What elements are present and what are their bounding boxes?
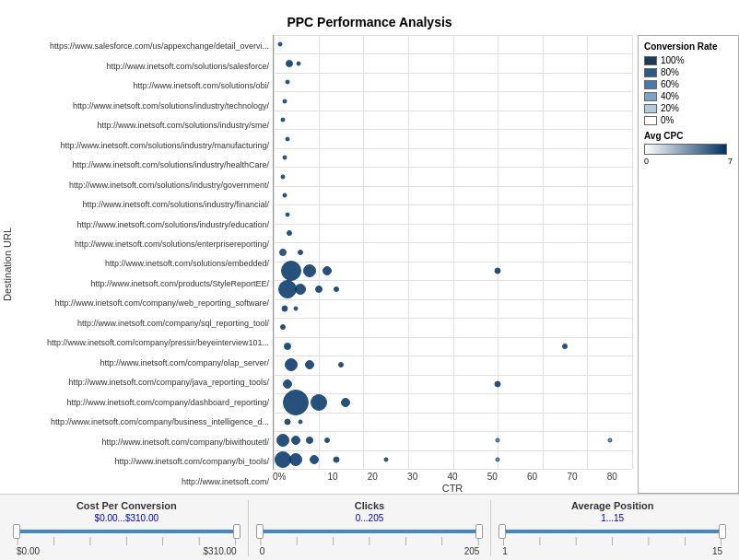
bubble <box>299 419 303 424</box>
slider-fill <box>260 530 480 533</box>
bubble <box>323 266 332 275</box>
grid-line-h <box>274 469 632 470</box>
url-label: http://www.inetsoft.com/company/java_rep… <box>15 376 269 391</box>
cpc-max: 7 <box>728 157 733 166</box>
url-label: http://www.inetsoft.com/company/web_repo… <box>15 297 269 311</box>
bubble <box>276 434 289 447</box>
slider-title: Clicks <box>355 500 384 511</box>
slider-max-label: 15 <box>712 546 722 556</box>
slider-track[interactable] <box>17 530 237 533</box>
slider-handle-left[interactable] <box>13 524 20 539</box>
slider-tick: | <box>611 536 613 545</box>
bubble <box>310 455 319 464</box>
bubble <box>282 305 288 311</box>
slider-tick: | <box>198 536 200 545</box>
bubble <box>285 212 289 216</box>
url-label: http://www.inetsoft.com/solutions/indust… <box>15 217 269 232</box>
slider-handle-right[interactable] <box>719 524 726 539</box>
legend-item-label: 80% <box>661 67 679 77</box>
slider-range-text: $0.00...$310.00 <box>95 513 159 523</box>
url-label: http://www.inetsoft.com/solutions/obi/ <box>15 79 269 94</box>
url-label: http://www.inetsoft.com/company/bi_tools… <box>15 455 269 470</box>
slider-tick: | <box>684 536 686 545</box>
slider-min-label: 0 <box>260 546 265 556</box>
legend-item: 60% <box>644 79 733 89</box>
x-tick-label: 70 <box>552 472 592 482</box>
grid-line-v <box>408 35 409 469</box>
legend-item-label: 40% <box>661 91 679 101</box>
slider-ticks: ||||||| <box>17 536 237 545</box>
slider-max-label: 205 <box>464 546 480 556</box>
bubble <box>289 453 302 466</box>
url-label: http://www.inetsoft.com/solutions/indust… <box>15 197 269 212</box>
legend-item-label: 0% <box>661 115 674 125</box>
slider-labels-bottom: 115 <box>502 546 722 556</box>
bubble <box>298 250 303 255</box>
y-axis-label: Destination URL <box>0 35 15 494</box>
legend-color-box <box>644 116 657 125</box>
slider-fill <box>17 530 237 533</box>
x-tick-label: 40 <box>432 472 472 482</box>
chart-content: https://www.salesforce.com/us/appexchang… <box>15 35 739 494</box>
grid-line-v <box>453 35 454 469</box>
slider-track-container[interactable] <box>260 527 480 535</box>
legend-item: 40% <box>644 91 733 101</box>
url-label: http://www.inetsoft.com/company/dashboar… <box>15 395 269 410</box>
slider-tick: | <box>332 536 334 545</box>
x-axis-labels: 0%1020304050607080 <box>273 472 632 482</box>
bubble <box>311 394 327 411</box>
slider-section: Clicks0...205|||||||0205 <box>252 500 487 556</box>
grid-line-v <box>543 35 544 469</box>
slider-tick: | <box>125 536 127 545</box>
bubble <box>607 438 612 443</box>
slider-tick: | <box>53 536 54 545</box>
chart-area: PPC Performance Analysis Destination URL… <box>0 0 739 494</box>
bubble <box>275 451 291 468</box>
grid-line-v <box>274 35 275 469</box>
legend-item: 80% <box>644 67 733 77</box>
legend-item: 20% <box>644 103 733 113</box>
legend-item: 100% <box>644 55 733 65</box>
bubble <box>285 80 289 85</box>
slider-section: Cost Per Conversion$0.00...$310.00||||||… <box>9 500 244 556</box>
url-label: http://www.inetsoft.com/solutions/indust… <box>15 178 269 192</box>
bubble <box>283 390 309 415</box>
plot-container: 0%1020304050607080 CTR <box>273 35 632 494</box>
bubble <box>295 284 306 295</box>
url-label: http://www.inetsoft.com/company/pressir/… <box>15 336 269 351</box>
slider-track-container[interactable] <box>17 527 237 535</box>
bubble <box>324 438 330 443</box>
bubble <box>284 418 290 425</box>
slider-handle-right[interactable] <box>233 524 240 539</box>
bubble <box>278 42 283 47</box>
slider-divider <box>490 500 491 556</box>
url-label: http://www.inetsoft.com/company/biwithou… <box>15 435 269 449</box>
bubble <box>283 99 287 103</box>
slider-handle-left[interactable] <box>256 524 264 539</box>
bubble <box>283 379 292 389</box>
url-label: http://www.inetsoft.com/solutions/indust… <box>15 99 269 113</box>
bubble <box>284 343 291 350</box>
slider-range-text: 1...15 <box>601 513 624 523</box>
slider-handle-right[interactable] <box>475 524 483 539</box>
main-container: PPC Performance Analysis Destination URL… <box>0 0 739 560</box>
bubble <box>306 437 313 444</box>
x-tick-label: 80 <box>592 472 632 482</box>
url-label: http://www.inetsoft.com/solutions/salesf… <box>15 59 269 74</box>
url-label: http://www.inetsoft.com/solutions/indust… <box>15 119 269 134</box>
slider-handle-left[interactable] <box>499 524 506 539</box>
slider-max-label: $310.00 <box>204 546 237 556</box>
bubble <box>562 344 568 349</box>
bubble <box>278 280 297 298</box>
bubble <box>495 380 501 387</box>
slider-track-container[interactable] <box>502 527 722 535</box>
slider-tick: | <box>296 536 298 545</box>
url-labels: https://www.salesforce.com/us/appexchang… <box>15 35 273 494</box>
bubble <box>315 286 323 293</box>
bubble <box>334 456 340 462</box>
slider-ticks: ||||||| <box>502 536 722 545</box>
x-tick-label: 0% <box>273 472 312 482</box>
slider-track[interactable] <box>502 530 722 533</box>
slider-track[interactable] <box>260 530 480 533</box>
chart-body: Destination URL https://www.salesforce.c… <box>0 35 739 494</box>
